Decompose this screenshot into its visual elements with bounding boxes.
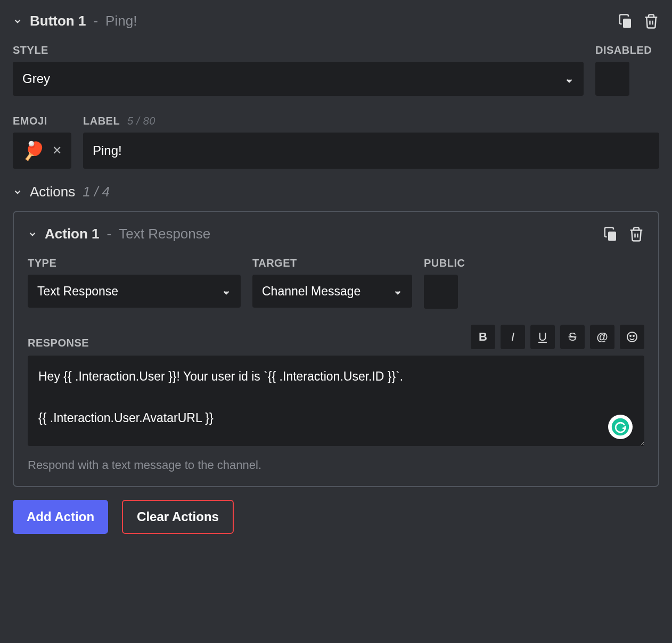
button-suffix: Ping! <box>105 13 137 29</box>
emoji-button[interactable] <box>620 325 644 349</box>
emoji-label: EMOJI <box>13 115 71 127</box>
emoji-glyph: 🏓 <box>22 140 45 161</box>
button-title: Button 1 <box>30 13 86 29</box>
public-checkbox[interactable] <box>424 275 458 309</box>
disabled-label: DISABLED <box>595 44 659 56</box>
svg-point-4 <box>633 335 634 336</box>
button-header: Button 1 - Ping! <box>13 13 659 29</box>
response-textarea-wrap <box>28 356 644 449</box>
emoji-label-row: EMOJI 🏓 ✕ LABEL 5 / 80 <box>13 115 659 169</box>
target-column: TARGET Channel Message <box>252 257 412 308</box>
chevron-down-icon <box>393 286 403 296</box>
strikethrough-button[interactable]: S <box>560 325 585 349</box>
response-help-text: Respond with a text message to the chann… <box>28 458 644 472</box>
style-select[interactable]: Grey <box>13 62 584 96</box>
chevron-down-icon[interactable] <box>13 187 22 197</box>
type-select[interactable]: Text Response <box>28 275 241 308</box>
type-column: TYPE Text Response <box>28 257 241 308</box>
response-label: RESPONSE <box>28 337 89 349</box>
copy-icon[interactable] <box>618 13 634 29</box>
button-header-left: Button 1 - Ping! <box>13 13 137 29</box>
response-header: RESPONSE B I U S @ <box>28 325 644 349</box>
action-suffix-sep: - <box>107 226 112 242</box>
svg-rect-0 <box>623 19 631 28</box>
action-header: Action 1 - Text Response <box>28 226 644 242</box>
action-title: Action 1 <box>45 226 100 242</box>
public-column: PUBLIC <box>424 257 477 309</box>
disabled-checkbox[interactable] <box>595 62 629 96</box>
label-input[interactable] <box>83 133 659 169</box>
target-value: Channel Message <box>262 284 360 299</box>
label-field-label: LABEL 5 / 80 <box>83 115 659 127</box>
style-row: STYLE Grey DISABLED <box>13 44 659 96</box>
bold-button[interactable]: B <box>471 325 495 349</box>
svg-rect-1 <box>608 232 616 241</box>
format-toolbar: B I U S @ <box>471 325 644 349</box>
label-counter: 5 / 80 <box>127 115 155 127</box>
close-icon[interactable]: ✕ <box>52 144 62 158</box>
underline-button[interactable]: U <box>530 325 555 349</box>
public-label: PUBLIC <box>424 257 477 269</box>
action-suffix: Text Response <box>119 226 210 242</box>
type-value: Text Response <box>37 284 118 299</box>
style-label: STYLE <box>13 44 584 56</box>
disabled-column: DISABLED <box>595 44 659 96</box>
button-suffix-sep: - <box>93 13 98 29</box>
label-column: LABEL 5 / 80 <box>83 115 659 169</box>
chevron-down-icon <box>222 286 231 296</box>
actions-counter: 1 / 4 <box>83 184 110 200</box>
action-header-left: Action 1 - Text Response <box>28 226 210 242</box>
chevron-down-icon[interactable] <box>28 229 37 239</box>
chevron-down-icon[interactable] <box>13 17 22 26</box>
trash-icon[interactable] <box>643 13 659 29</box>
add-action-button[interactable]: Add Action <box>13 500 108 534</box>
action-header-actions <box>603 226 644 242</box>
clear-actions-button[interactable]: Clear Actions <box>122 500 234 534</box>
action-panel: Action 1 - Text Response TYPE Text Respo… <box>13 211 659 487</box>
response-textarea[interactable] <box>28 356 644 446</box>
italic-button[interactable]: I <box>501 325 525 349</box>
target-label: TARGET <box>252 257 412 269</box>
trash-icon[interactable] <box>628 226 644 242</box>
style-column: STYLE Grey <box>13 44 584 96</box>
style-value: Grey <box>22 71 50 86</box>
copy-icon[interactable] <box>603 226 619 242</box>
emoji-picker[interactable]: 🏓 ✕ <box>13 133 71 169</box>
actions-header: Actions 1 / 4 <box>13 184 659 200</box>
label-label-text: LABEL <box>83 115 120 127</box>
footer-row: Add Action Clear Actions <box>13 500 659 534</box>
target-select[interactable]: Channel Message <box>252 275 412 308</box>
chevron-down-icon <box>564 74 574 84</box>
actions-title: Actions <box>30 184 75 200</box>
svg-point-3 <box>630 335 631 336</box>
button-header-actions <box>618 13 659 29</box>
svg-point-2 <box>627 332 637 342</box>
type-label: TYPE <box>28 257 241 269</box>
grammarly-icon[interactable] <box>608 415 633 439</box>
emoji-column: EMOJI 🏓 ✕ <box>13 115 71 169</box>
action-fields-row: TYPE Text Response TARGET Channel Messag… <box>28 257 644 309</box>
mention-button[interactable]: @ <box>590 325 614 349</box>
